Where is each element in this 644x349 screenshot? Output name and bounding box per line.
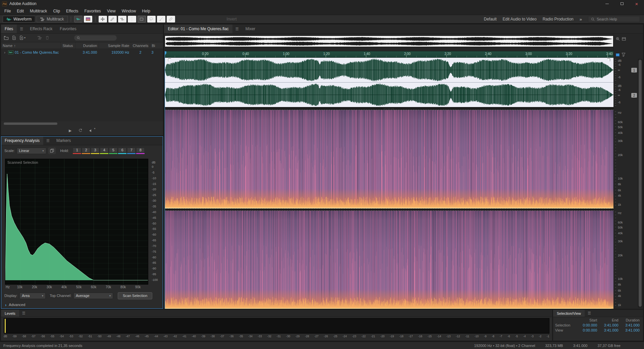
tab-effects-rack[interactable]: Effects Rack [26, 24, 56, 33]
hold-button[interactable]: 8 [136, 148, 145, 154]
tab-favorites[interactable]: Favorites [56, 24, 80, 33]
menu-item[interactable]: Effects [63, 7, 81, 15]
waveform-view-toggle[interactable] [74, 16, 83, 22]
menu-item[interactable]: View [104, 7, 119, 15]
multitrack-editor-button[interactable]: Multitrack [37, 16, 67, 22]
column-header-status[interactable]: Status [60, 42, 75, 49]
waveform-editor-button[interactable]: Waveform [3, 16, 35, 22]
move-tool-button[interactable] [99, 16, 107, 22]
time-selection-tool-button[interactable] [128, 16, 136, 22]
hold-button[interactable]: 6 [118, 148, 126, 154]
menu-item[interactable]: Help [139, 7, 153, 15]
vertical-scrollbar[interactable] [638, 59, 642, 307]
scrollbar-thumb[interactable] [639, 60, 642, 307]
copy-graph-button[interactable] [48, 148, 56, 154]
files-search-input[interactable] [82, 36, 114, 40]
trash-button[interactable] [45, 36, 49, 40]
play-button[interactable]: ▶ [69, 129, 71, 133]
tab-levels[interactable]: Levels [1, 310, 19, 317]
display-dropdown[interactable]: Area▾ [19, 293, 46, 299]
razor-tool-button[interactable] [108, 16, 117, 22]
tab-files[interactable]: Files [1, 24, 17, 33]
column-header-bit-depth[interactable]: Bi [150, 42, 163, 49]
playhead-line[interactable] [165, 51, 165, 309]
workspace-button[interactable]: Default [484, 17, 496, 21]
menu-item[interactable]: File [1, 7, 14, 15]
hold-button[interactable]: 4 [100, 148, 108, 154]
channel-1-badge[interactable]: 1 [631, 68, 637, 72]
file-row[interactable]: › 01 - Como Me Quieres.flac 3:41.000 192… [1, 49, 163, 55]
spot-healing-brush-tool-button[interactable] [167, 16, 175, 22]
selection-duration-value[interactable]: 3:41.000 [619, 323, 640, 327]
slip-tool-button[interactable] [118, 16, 126, 22]
selection-start-value[interactable]: 0:00.000 [576, 323, 597, 327]
hold-button[interactable]: 1 [73, 148, 81, 154]
hold-button[interactable]: 5 [109, 148, 117, 154]
loop-playback-button[interactable] [78, 129, 83, 133]
open-file-button[interactable] [4, 36, 9, 40]
column-header-channels[interactable]: Channels [131, 42, 150, 49]
view-start-value[interactable]: 0:00.000 [576, 328, 597, 332]
panel-menu-icon[interactable]: ☰ [19, 310, 29, 317]
selection-end-value[interactable]: 3:41.000 [597, 323, 618, 327]
top-channel-dropdown[interactable]: Average▾ [73, 293, 113, 299]
workspace-button[interactable]: Edit Audio to Video [503, 17, 537, 21]
auto-play-button[interactable]: * [89, 129, 93, 133]
lasso-selection-tool-button[interactable] [147, 16, 156, 22]
view-end-value[interactable]: 3:41.000 [597, 328, 618, 332]
import-file-button[interactable] [12, 36, 16, 40]
column-header-name[interactable]: Name↑ [1, 42, 60, 49]
menu-item[interactable]: Window [119, 7, 139, 15]
column-header-sample-rate[interactable]: Sample Rate [99, 42, 131, 49]
spectrogram-channel-1[interactable] [165, 110, 613, 208]
insert-into-multitrack-button[interactable] [38, 36, 42, 40]
spectrogram-channel-2[interactable] [165, 211, 613, 309]
help-search-box[interactable] [588, 16, 640, 22]
scan-selection-button[interactable]: Scan Selection [118, 292, 152, 299]
filter-icon[interactable] [622, 53, 626, 57]
scrollbar-thumb[interactable] [4, 122, 57, 125]
tab-selection-view[interactable]: Selection/View [553, 310, 585, 317]
maximize-button[interactable] [614, 0, 629, 7]
expander-icon[interactable]: › [3, 50, 7, 54]
tab-mixer[interactable]: Mixer [242, 24, 259, 33]
channel-2-badge[interactable]: 2 [631, 93, 637, 98]
panel-options-icon[interactable] [622, 37, 626, 51]
close-button[interactable]: × [629, 0, 644, 7]
panel-menu-icon[interactable]: ☰ [43, 136, 53, 145]
hold-button[interactable]: 7 [127, 148, 136, 154]
files-search-box[interactable] [74, 35, 117, 41]
menu-item[interactable]: Favorites [82, 7, 104, 15]
menu-item[interactable]: Edit [14, 7, 27, 15]
waveform-overview-navigator[interactable] [165, 36, 613, 47]
spectral-view-toggle[interactable] [84, 16, 92, 22]
advanced-section-toggle[interactable]: › Advanced [1, 301, 163, 309]
help-search-input[interactable] [597, 17, 637, 21]
tab-frequency-analysis[interactable]: Frequency Analysis [1, 136, 43, 145]
waveform-channel-2[interactable] [165, 83, 613, 107]
workspace-button[interactable]: Radio Production [543, 17, 574, 21]
panel-menu-icon[interactable]: ☰ [585, 310, 594, 317]
panel-menu-icon[interactable]: ☰ [17, 24, 26, 33]
new-content-button[interactable]: ▾ [19, 36, 25, 40]
zoom-icon[interactable] [616, 37, 620, 51]
minimize-button[interactable] [600, 0, 614, 7]
marquee-selection-tool-button[interactable] [138, 16, 146, 22]
hold-button[interactable]: 3 [91, 148, 99, 154]
paintbrush-selection-tool-button[interactable] [157, 16, 165, 22]
tab-editor[interactable]: Editor: 01 - Como Me Quieres.flac [164, 24, 232, 33]
menu-item[interactable]: Clip [50, 7, 63, 15]
workspace-overflow-button[interactable]: » [580, 17, 582, 22]
waveform-channel-1[interactable] [165, 58, 613, 83]
hold-button[interactable]: 2 [82, 148, 90, 154]
timeline-ruler[interactable]: 0:200:401:001:201:402:002:202:403:003:20… [165, 51, 613, 58]
files-horizontal-scrollbar[interactable] [4, 122, 160, 125]
column-header-duration[interactable]: Duration [75, 42, 99, 49]
scale-dropdown[interactable]: Linear▾ [17, 148, 46, 154]
view-duration-value[interactable]: 3:41.000 [619, 328, 640, 332]
tab-markers[interactable]: Markers [53, 136, 74, 145]
spectral-resolution-icon[interactable] [616, 53, 620, 56]
menu-item[interactable]: Multitrack [27, 7, 50, 15]
invert-button[interactable]: Invert [227, 17, 237, 21]
waveform-spectral-splitter[interactable]: ⋯⋯⋯ [165, 107, 613, 110]
